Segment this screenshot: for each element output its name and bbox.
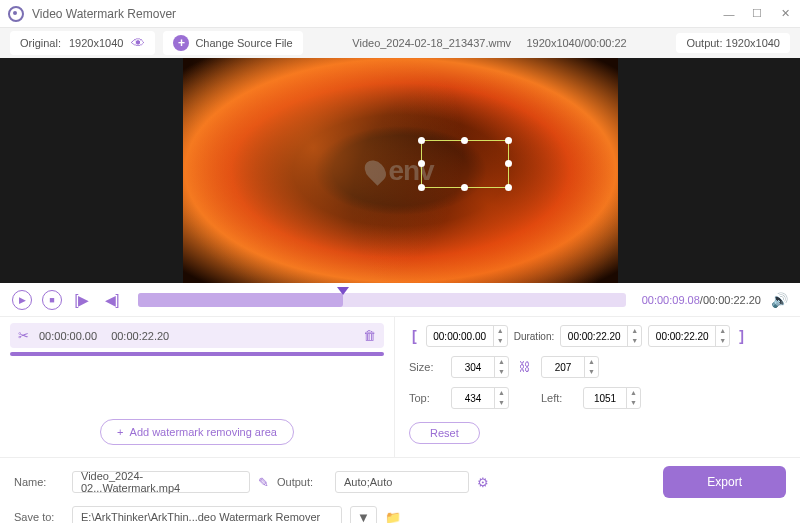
add-area-label: Add watermark removing area [130, 426, 277, 438]
play-button[interactable]: ▶ [12, 290, 32, 310]
file-name: Video_2024-02-18_213437.wmv [352, 37, 511, 49]
title-bar: Video Watermark Remover — ☐ ✕ [0, 0, 800, 28]
close-button[interactable]: ✕ [778, 7, 792, 21]
segments-panel: ✂ 00:00:00.00 00:00:22.20 🗑 + Add waterm… [0, 317, 395, 457]
seek-handle[interactable] [337, 287, 349, 295]
mark-out-button[interactable]: ◀] [102, 290, 122, 310]
up-arrow-icon[interactable]: ▲ [716, 326, 729, 336]
output-format-field[interactable]: Auto;Auto [335, 471, 469, 493]
export-button[interactable]: Export [663, 466, 786, 498]
add-watermark-area-button[interactable]: + Add watermark removing area [100, 419, 294, 445]
settings-icon[interactable]: ⚙ [477, 475, 489, 490]
up-arrow-icon[interactable]: ▲ [495, 388, 508, 398]
width-input[interactable]: ▲▼ [451, 356, 509, 378]
stop-button[interactable]: ■ [42, 290, 62, 310]
selection-box[interactable] [421, 140, 509, 188]
handle-top-right[interactable] [505, 137, 512, 144]
handle-bot-left[interactable] [418, 184, 425, 191]
down-arrow-icon[interactable]: ▼ [627, 398, 640, 408]
original-resolution-chip: Original: 1920x1040 👁 [10, 31, 155, 55]
top-toolbar: Original: 1920x1040 👁 + Change Source Fi… [0, 28, 800, 58]
handle-top-left[interactable] [418, 137, 425, 144]
path-dropdown-icon[interactable]: ▼ [350, 506, 377, 523]
change-source-label: Change Source File [195, 37, 292, 49]
current-time: 00:00:09.08 [642, 294, 700, 306]
output-format-label: Output: [277, 476, 327, 488]
minimize-button[interactable]: — [722, 7, 736, 21]
output-resolution: 1920x1040 [726, 37, 780, 49]
top-input[interactable]: ▲▼ [451, 387, 509, 409]
segment-end: 00:00:22.20 [111, 330, 169, 342]
left-input[interactable]: ▲▼ [583, 387, 641, 409]
original-resolution: 1920x1040 [69, 37, 123, 49]
handle-mid-right[interactable] [505, 160, 512, 167]
output-name-field[interactable]: Video_2024-02...Watermark.mp4 [72, 471, 250, 493]
range-start-input[interactable]: ▲▼ [426, 325, 508, 347]
open-folder-icon[interactable]: 📁 [385, 510, 401, 524]
properties-panel: [ ▲▼ Duration: ▲▼ ▲▼ ] Size: ▲▼ ⛓ [395, 317, 800, 457]
video-preview-area: env [0, 58, 800, 283]
up-arrow-icon[interactable]: ▲ [495, 357, 508, 367]
range-end-input[interactable]: ▲▼ [648, 325, 730, 347]
playback-controls: ▶ ■ [▶ ◀] 00:00:09.08/00:00:22.20 🔊 [0, 283, 800, 317]
down-arrow-icon[interactable]: ▼ [495, 367, 508, 377]
reset-button[interactable]: Reset [409, 422, 480, 444]
total-time: 00:00:22.20 [703, 294, 761, 306]
mark-in-button[interactable]: [▶ [72, 290, 92, 310]
name-label: Name: [14, 476, 64, 488]
handle-bot-mid[interactable] [461, 184, 468, 191]
maximize-button[interactable]: ☐ [750, 7, 764, 21]
size-label: Size: [409, 361, 445, 373]
segment-start: 00:00:00.00 [39, 330, 97, 342]
output-bar: Name: Video_2024-02...Watermark.mp4 ✎ Ou… [0, 457, 800, 523]
top-field[interactable] [452, 393, 494, 404]
scissors-icon: ✂ [18, 328, 29, 343]
link-aspect-icon[interactable]: ⛓ [515, 360, 535, 374]
file-meta: 1920x1040/00:00:22 [526, 37, 626, 49]
save-to-label: Save to: [14, 511, 64, 523]
edit-name-icon[interactable]: ✎ [258, 475, 269, 490]
segment-row[interactable]: ✂ 00:00:00.00 00:00:22.20 🗑 [10, 323, 384, 348]
seek-bar[interactable] [138, 293, 626, 307]
handle-top-mid[interactable] [461, 137, 468, 144]
range-end-field[interactable] [649, 331, 715, 342]
handle-bot-right[interactable] [505, 184, 512, 191]
height-input[interactable]: ▲▼ [541, 356, 599, 378]
bracket-close-icon[interactable]: ] [736, 328, 747, 344]
top-label: Top: [409, 392, 445, 404]
change-source-button[interactable]: + Change Source File [163, 31, 302, 55]
range-duration-field[interactable] [561, 331, 627, 342]
seek-progress [138, 293, 343, 307]
up-arrow-icon[interactable]: ▲ [627, 388, 640, 398]
handle-mid-left[interactable] [418, 160, 425, 167]
bracket-open-icon[interactable]: [ [409, 328, 420, 344]
plus-icon: + [117, 426, 123, 438]
app-logo-icon [8, 6, 24, 22]
down-arrow-icon[interactable]: ▼ [494, 336, 507, 346]
height-field[interactable] [542, 362, 584, 373]
plus-icon: + [173, 35, 189, 51]
output-label: Output: [686, 37, 722, 49]
left-field[interactable] [584, 393, 626, 404]
save-path-field[interactable]: E:\ArkThinker\ArkThin...deo Watermark Re… [72, 506, 342, 523]
original-label: Original: [20, 37, 61, 49]
down-arrow-icon[interactable]: ▼ [495, 398, 508, 408]
segment-track[interactable] [10, 352, 384, 356]
width-field[interactable] [452, 362, 494, 373]
down-arrow-icon[interactable]: ▼ [716, 336, 729, 346]
range-start-field[interactable] [427, 331, 493, 342]
app-title: Video Watermark Remover [32, 7, 722, 21]
down-arrow-icon[interactable]: ▼ [628, 336, 641, 346]
volume-icon[interactable]: 🔊 [771, 292, 788, 308]
delete-segment-icon[interactable]: 🗑 [363, 328, 376, 343]
up-arrow-icon[interactable]: ▲ [585, 357, 598, 367]
video-frame[interactable]: env [183, 58, 618, 283]
preview-toggle-icon[interactable]: 👁 [131, 35, 145, 51]
up-arrow-icon[interactable]: ▲ [628, 326, 641, 336]
time-display: 00:00:09.08/00:00:22.20 [642, 294, 761, 306]
down-arrow-icon[interactable]: ▼ [585, 367, 598, 377]
file-info: Video_2024-02-18_213437.wmv 1920x1040/00… [311, 37, 669, 49]
output-resolution-chip: Output: 1920x1040 [676, 33, 790, 53]
range-duration-input[interactable]: ▲▼ [560, 325, 642, 347]
up-arrow-icon[interactable]: ▲ [494, 326, 507, 336]
